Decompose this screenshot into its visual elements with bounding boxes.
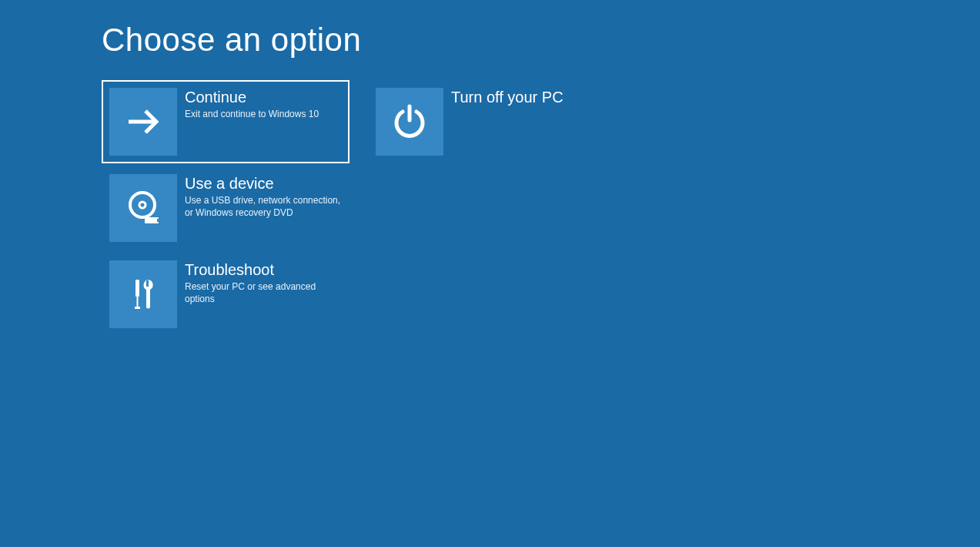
svg-rect-8 bbox=[135, 307, 140, 309]
option-continue-desc: Exit and continue to Windows 10 bbox=[185, 108, 319, 120]
option-turn-off-title: Turn off your PC bbox=[451, 88, 564, 106]
page-title: Choose an option bbox=[102, 22, 878, 59]
option-turn-off[interactable]: Turn off your PC bbox=[368, 80, 616, 163]
tools-icon bbox=[109, 260, 177, 328]
svg-point-2 bbox=[130, 193, 155, 217]
svg-rect-4 bbox=[145, 217, 159, 223]
arrow-right-icon bbox=[109, 88, 177, 156]
recovery-screen: Choose an option Continue Exit and conti… bbox=[0, 0, 980, 357]
option-troubleshoot-desc: Reset your PC or see advanced options bbox=[185, 280, 342, 305]
svg-rect-6 bbox=[135, 280, 139, 297]
option-use-device-desc: Use a USB drive, network connection, or … bbox=[185, 194, 342, 219]
power-icon bbox=[376, 88, 443, 156]
device-disc-icon bbox=[109, 174, 177, 242]
option-troubleshoot[interactable]: Troubleshoot Reset your PC or see advanc… bbox=[102, 253, 350, 336]
svg-point-3 bbox=[139, 202, 145, 208]
options-grid: Continue Exit and continue to Windows 10… bbox=[102, 80, 878, 336]
option-use-device[interactable]: Use a device Use a USB drive, network co… bbox=[102, 166, 350, 250]
option-continue[interactable]: Continue Exit and continue to Windows 10 bbox=[102, 80, 350, 163]
option-troubleshoot-title: Troubleshoot bbox=[185, 260, 342, 279]
option-continue-title: Continue bbox=[185, 88, 319, 106]
svg-rect-7 bbox=[137, 297, 139, 307]
option-use-device-title: Use a device bbox=[185, 174, 342, 193]
svg-rect-5 bbox=[157, 219, 160, 222]
